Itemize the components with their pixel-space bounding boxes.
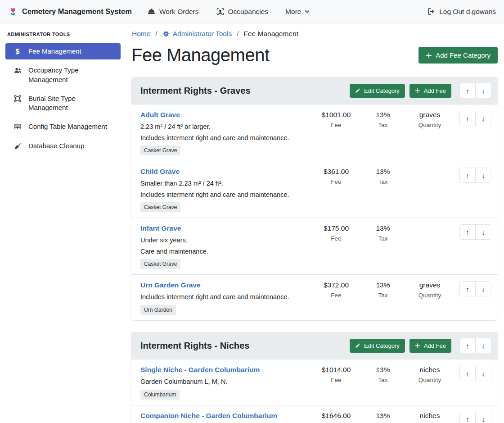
fee-amount-col: $1646.00 Fee xyxy=(313,412,360,423)
add-fee-category-button[interactable]: Add Fee Category xyxy=(418,47,498,64)
app-title: Cemetery Management System xyxy=(22,7,132,16)
logout-link[interactable]: Log Out d.gowans xyxy=(427,7,496,16)
sidebar-item-label: Burial Site Type Management xyxy=(28,94,115,113)
quantity-label: Quantity xyxy=(406,122,453,128)
fee-tax-col: 13% Tax xyxy=(360,366,406,383)
fee-amount-col: $361.00 Fee xyxy=(313,168,360,185)
fee-amount-label: Fee xyxy=(313,377,360,383)
tax-value: 13% xyxy=(360,281,406,289)
move-fee-down-button[interactable]: ↓ xyxy=(475,168,491,183)
fee-type-badge: Urn Garden xyxy=(140,305,176,315)
fee-details: Child Grave Smaller than 2.23 m² / 24 ft… xyxy=(140,168,313,212)
sidebar-item-burial-site-type-management[interactable]: Burial Site Type Management xyxy=(5,91,121,116)
move-fee-up-button[interactable]: ↑ xyxy=(459,111,476,126)
fee-reorder-group: ↑ ↓ xyxy=(459,168,491,183)
nav-occupancies[interactable]: Occupancies xyxy=(216,7,269,16)
gear-icon xyxy=(162,30,170,37)
add-fee-button[interactable]: Add Fee xyxy=(410,339,451,353)
add-fee-button[interactable]: Add Fee xyxy=(410,84,451,98)
plus-icon xyxy=(415,88,420,93)
fee-amount-value: $1014.00 xyxy=(313,366,360,374)
move-category-up-button[interactable]: ↑ xyxy=(459,83,476,98)
fee-name-link[interactable]: Child Grave xyxy=(140,168,180,176)
move-fee-up-button[interactable]: ↑ xyxy=(459,281,476,296)
fee-reorder-group: ↑ ↓ xyxy=(459,412,491,423)
chevron-down-icon xyxy=(305,9,310,14)
fee-tax-col: 13% Tax xyxy=(360,111,406,128)
fee-category-header: Interment Rights - Graves Edit Category … xyxy=(131,77,498,104)
sidebar-item-database-cleanup[interactable]: Database Cleanup xyxy=(5,138,121,154)
move-fee-down-button[interactable]: ↓ xyxy=(475,224,491,240)
fee-descriptions: Under six years.Care and maintenance. xyxy=(140,236,308,256)
quantity-label: Quantity xyxy=(406,377,453,383)
edit-category-button[interactable]: Edit Category xyxy=(350,84,405,98)
fee-details: Infant Grave Under six years.Care and ma… xyxy=(140,224,313,269)
edit-category-button[interactable]: Edit Category xyxy=(350,339,405,353)
nav-work-orders[interactable]: Work Orders xyxy=(147,7,199,16)
fee-category-header: Interment Rights - Niches Edit Category … xyxy=(131,332,498,359)
move-category-down-button[interactable]: ↓ xyxy=(475,338,491,353)
breadcrumb-admin-tools-label: Administrator Tools xyxy=(173,30,232,38)
sidebar-item-occupancy-type-management[interactable]: Occupancy Type Management xyxy=(5,62,121,88)
main-nav: Work Orders Occupancies More xyxy=(147,7,310,16)
sidebar-item-config-table-management[interactable]: Config Table Management xyxy=(5,118,121,135)
fee-name-link[interactable]: Single Niche - Garden Columbarium xyxy=(140,366,260,374)
fee-reorder-group: ↑ ↓ xyxy=(459,224,491,240)
fee-name-link[interactable]: Infant Grave xyxy=(140,224,181,232)
fee-descriptions: Smaller than 2.23 m² / 24 ft².Includes i… xyxy=(140,179,308,199)
fee-name-link[interactable]: Urn Garden Grave xyxy=(140,281,201,289)
sidebar-item-label: Occupancy Type Management xyxy=(28,66,115,84)
sidebar-item-label: Config Table Management xyxy=(28,122,107,131)
tax-label: Tax xyxy=(360,122,406,128)
move-fee-down-button[interactable]: ↓ xyxy=(475,412,491,423)
fee-row: Child Grave Smaller than 2.23 m² / 24 ft… xyxy=(131,161,498,218)
move-fee-down-button[interactable]: ↓ xyxy=(475,281,491,296)
fee-name-link[interactable]: Adult Grave xyxy=(140,111,180,119)
fee-amount-value: $1001.00 xyxy=(313,111,360,119)
breadcrumb-separator: / xyxy=(155,30,157,38)
tulip-logo-icon xyxy=(8,7,18,17)
fee-details: Companion Niche - Garden Columbarium Gar… xyxy=(140,412,313,423)
fee-tax-col: 13% Tax xyxy=(360,224,406,242)
logout-label: Log Out d.gowans xyxy=(439,8,496,16)
breadcrumb-admin-tools-link[interactable]: Administrator Tools xyxy=(162,30,232,38)
move-fee-down-button[interactable]: ↓ xyxy=(475,111,491,126)
category-title: Interment Rights - Graves xyxy=(140,86,345,96)
table-icon xyxy=(13,123,22,131)
fee-row: Infant Grave Under six years.Care and ma… xyxy=(131,218,498,274)
fee-category-card: Interment Rights - Graves Edit Category … xyxy=(131,77,498,320)
move-fee-up-button[interactable]: ↑ xyxy=(459,412,476,423)
fee-quantity-col: graves Quantity xyxy=(406,111,453,128)
edit-category-label: Edit Category xyxy=(364,87,400,94)
fee-amount-value: $361.00 xyxy=(313,168,360,176)
nav-more[interactable]: More xyxy=(285,8,310,16)
fee-type-badge: Casket Grave xyxy=(140,202,180,212)
fee-name-link[interactable]: Companion Niche - Garden Columbarium xyxy=(140,412,277,420)
app-brand[interactable]: Cemetery Management System xyxy=(8,7,132,17)
move-category-up-button[interactable]: ↑ xyxy=(459,338,476,353)
move-category-down-button[interactable]: ↓ xyxy=(475,83,491,98)
fee-type-badge: Columbarium xyxy=(140,390,180,400)
tax-value: 13% xyxy=(360,412,406,420)
move-fee-up-button[interactable]: ↑ xyxy=(459,224,476,240)
move-fee-down-button[interactable]: ↓ xyxy=(475,366,491,381)
sidebar-item-fee-management[interactable]: $ Fee Management xyxy=(5,43,121,59)
add-fee-category-label: Add Fee Category xyxy=(436,51,490,59)
pencil-icon xyxy=(355,88,360,93)
fee-amount-value: $1646.00 xyxy=(313,412,360,420)
fee-reorder-group: ↑ ↓ xyxy=(459,111,491,126)
breadcrumb-home-link[interactable]: Home xyxy=(132,30,150,38)
fee-amount-label: Fee xyxy=(313,292,360,299)
fee-list: Adult Grave 2.23 m² / 24 ft² or larger.I… xyxy=(131,104,498,320)
fee-descriptions: 2.23 m² / 24 ft² or larger.Includes inte… xyxy=(140,122,308,142)
tax-value: 13% xyxy=(360,168,406,176)
fee-descriptions: Garden Columbarium L, M, N. xyxy=(140,377,308,387)
fee-list: Single Niche - Garden Columbarium Garden… xyxy=(131,359,498,423)
fee-category-list: Interment Rights - Graves Edit Category … xyxy=(131,77,498,423)
fee-amount-value: $372.00 xyxy=(313,281,360,289)
tax-label: Tax xyxy=(360,178,406,185)
quantity-label: Quantity xyxy=(406,292,453,299)
fee-amount-label: Fee xyxy=(313,122,360,128)
move-fee-up-button[interactable]: ↑ xyxy=(459,168,476,183)
move-fee-up-button[interactable]: ↑ xyxy=(459,366,476,381)
